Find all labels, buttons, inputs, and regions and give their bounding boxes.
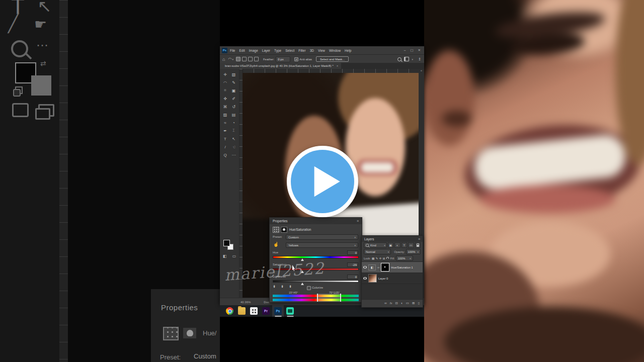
- anti-alias-checkbox[interactable]: ✓: [294, 57, 298, 61]
- filter-image-icon[interactable]: ▣: [388, 242, 393, 248]
- home-icon[interactable]: ⌂: [222, 57, 225, 62]
- hue-value[interactable]: 0: [347, 250, 358, 255]
- visibility-eye-icon[interactable]: [363, 266, 367, 268]
- layer-thumbnail[interactable]: [368, 274, 377, 283]
- fill-dropdown[interactable]: 100% ▾: [396, 255, 413, 261]
- tab-close-icon[interactable]: ×: [337, 64, 339, 67]
- intersect-selection-icon[interactable]: [254, 57, 259, 61]
- crop-tool-icon[interactable]: ⌗: [221, 86, 229, 95]
- blur-tool-icon[interactable]: ≈: [221, 119, 229, 127]
- filter-smart-object-icon[interactable]: [415, 242, 421, 248]
- type-cursor-icon[interactable]: ⌶: [229, 127, 238, 135]
- collapse-panels-icon[interactable]: «: [421, 69, 422, 72]
- hue-range-markers[interactable]: [317, 294, 341, 302]
- lasso-tool-icon[interactable]: ◠: [221, 78, 229, 86]
- menu-type[interactable]: Type: [274, 49, 281, 52]
- menu-help[interactable]: Help: [345, 49, 351, 52]
- opacity-dropdown[interactable]: 100% ▾: [406, 249, 421, 254]
- pen-tool-icon[interactable]: ✒: [221, 127, 229, 135]
- link-layers-icon[interactable]: ∞: [384, 301, 387, 305]
- visibility-eye-icon[interactable]: [363, 277, 367, 280]
- store-icon[interactable]: [250, 307, 258, 315]
- zoom-level[interactable]: 40.36%: [240, 301, 251, 304]
- close-button[interactable]: ✕: [418, 48, 421, 52]
- layer-name[interactable]: Layer 0: [378, 277, 388, 280]
- history-brush-tool-icon[interactable]: ↺: [229, 103, 238, 111]
- healing-tool-icon[interactable]: ✜: [221, 95, 229, 103]
- lock-transparent-icon[interactable]: ▦: [372, 256, 375, 260]
- menu-file[interactable]: File: [230, 49, 235, 52]
- menu-3d[interactable]: 3D: [310, 49, 314, 52]
- lock-pixels-icon[interactable]: ✎: [376, 256, 378, 260]
- quick-select-tool-icon[interactable]: ✎: [229, 78, 238, 86]
- lightness-slider-handle[interactable]: [301, 283, 304, 285]
- marquee-tool-icon[interactable]: ▧: [229, 70, 238, 78]
- delete-layer-icon[interactable]: ▯: [418, 301, 420, 305]
- eraser-tool-icon[interactable]: ▨: [221, 111, 229, 119]
- line-tool-icon[interactable]: /: [221, 143, 229, 151]
- photoshop-icon[interactable]: Ps: [274, 307, 282, 315]
- document-tab[interactable]: bran-sodre-VSw3TZtyth4-unsplash.jpg @ 40…: [220, 63, 341, 69]
- colorize-checkbox[interactable]: [307, 286, 311, 290]
- add-mask-icon[interactable]: ⊡: [395, 301, 397, 305]
- new-layer-icon[interactable]: ⊞: [412, 301, 415, 305]
- lightness-value[interactable]: 0: [347, 275, 358, 279]
- filter-adjustment-icon[interactable]: ◐: [394, 242, 400, 248]
- filter-shape-icon[interactable]: ▭: [408, 242, 414, 248]
- eyedropper-icon[interactable]: ✒: [272, 285, 277, 288]
- maximize-button[interactable]: ▢: [410, 48, 413, 52]
- panel-menu-icon[interactable]: ≡: [357, 219, 359, 223]
- feather-input[interactable]: 0 px: [276, 56, 290, 62]
- more-tools-icon[interactable]: ⋯: [229, 151, 238, 159]
- type-tool-icon[interactable]: T: [221, 135, 229, 143]
- lasso-tool-icon[interactable]: ◠: [228, 57, 231, 61]
- mask-link-icon[interactable]: ∞: [377, 266, 379, 269]
- stamp-tool-icon[interactable]: ⌘: [221, 103, 229, 111]
- blend-mode-dropdown[interactable]: Normal ▾: [364, 249, 391, 254]
- foreground-color-swatch[interactable]: [223, 240, 230, 246]
- menu-image[interactable]: Image: [249, 49, 258, 52]
- targeted-adjustment-icon[interactable]: ☝: [273, 242, 279, 247]
- screen-recorder-icon[interactable]: [286, 307, 294, 315]
- file-explorer-icon[interactable]: [238, 307, 246, 315]
- workspace-layout-icon[interactable]: [404, 57, 409, 61]
- menu-window[interactable]: Window: [329, 49, 341, 52]
- gradient-tool-icon[interactable]: ▤: [229, 111, 238, 119]
- menu-filter[interactable]: Filter: [298, 49, 305, 52]
- chevron-down-icon[interactable]: ▾: [412, 58, 414, 61]
- search-icon[interactable]: [397, 57, 401, 61]
- share-icon[interactable]: ↥: [418, 57, 421, 61]
- layer-name[interactable]: Hue/Saturation 1: [391, 266, 413, 269]
- select-and-mask-button[interactable]: Select and Mask...: [316, 56, 349, 62]
- menu-edit[interactable]: Edit: [239, 49, 245, 52]
- new-group-icon[interactable]: ▭: [406, 301, 409, 305]
- hue-slider[interactable]: [273, 256, 359, 258]
- new-adjustment-icon[interactable]: ◐: [401, 301, 403, 305]
- eyedropper-subtract-icon[interactable]: ✒: [288, 285, 293, 288]
- layer-filter-dropdown[interactable]: Kind ▾: [364, 242, 387, 248]
- frame-tool-icon[interactable]: ▣: [229, 86, 238, 95]
- zoom-tool-icon[interactable]: Q: [221, 151, 229, 159]
- chevron-down-icon[interactable]: ▾: [232, 58, 233, 61]
- lock-position-icon[interactable]: ✛: [379, 256, 382, 260]
- menu-select[interactable]: Select: [285, 49, 294, 52]
- play-button[interactable]: [287, 146, 358, 217]
- dodge-tool-icon[interactable]: ◔: [229, 119, 238, 127]
- panel-menu-icon[interactable]: ≡: [418, 237, 420, 241]
- channel-dropdown[interactable]: Yellows ▾: [286, 242, 358, 248]
- layer-style-icon[interactable]: fx: [390, 302, 392, 305]
- hand-tool-icon[interactable]: ☜: [229, 143, 238, 151]
- filter-type-icon[interactable]: T: [401, 242, 407, 248]
- layer-row-hue-saturation[interactable]: ◧ ∞ Hue/Saturation 1: [362, 262, 423, 273]
- layer-mask-thumbnail[interactable]: [381, 263, 389, 272]
- screen-mode-icon[interactable]: ▭: [232, 254, 236, 258]
- eyedropper-add-icon[interactable]: ✒: [280, 285, 285, 288]
- move-tool-icon[interactable]: ✛: [221, 70, 229, 78]
- quick-mask-icon[interactable]: ◧: [223, 254, 227, 258]
- minimize-button[interactable]: –: [404, 48, 406, 52]
- adjustment-thumbnail[interactable]: ◧: [368, 264, 376, 270]
- subtract-selection-icon[interactable]: [248, 57, 253, 61]
- brush-tool-icon[interactable]: ✐: [229, 95, 238, 103]
- preset-dropdown[interactable]: Custom ▾: [286, 234, 358, 240]
- add-selection-icon[interactable]: [242, 57, 247, 61]
